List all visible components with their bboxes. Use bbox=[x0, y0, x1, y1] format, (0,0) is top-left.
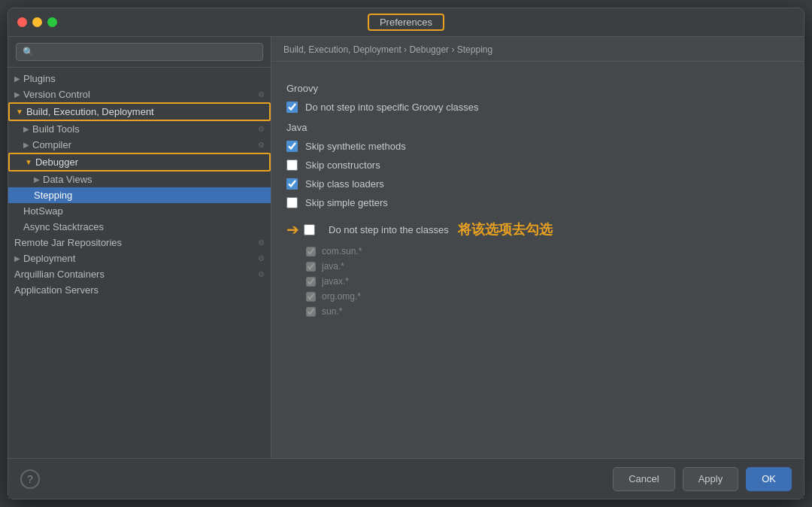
sidebar-item-remote-jar[interactable]: Remote Jar Repositories ⚙ bbox=[8, 235, 271, 250]
sidebar-item-hotswap[interactable]: HotSwap bbox=[8, 203, 271, 219]
checkbox-row-no-step-classes: ➔ Do not step into the classes 将该选项去勾选 bbox=[286, 220, 789, 238]
class-item-label-sun: sun.* bbox=[322, 306, 342, 317]
arrow-annotation-icon: ➔ bbox=[286, 220, 299, 238]
apply-button[interactable]: Apply bbox=[683, 467, 739, 491]
close-button[interactable] bbox=[17, 17, 27, 27]
chinese-annotation-text: 将该选项去勾选 bbox=[458, 220, 553, 238]
sidebar-item-label: Remote Jar Repositories bbox=[14, 237, 255, 248]
sidebar-item-label: Debugger bbox=[35, 156, 263, 168]
sidebar-item-compiler[interactable]: ▶ Compiler ⚙ bbox=[8, 137, 271, 153]
checkbox-org-omg bbox=[306, 292, 316, 302]
sidebar-item-label: HotSwap bbox=[23, 205, 265, 217]
sidebar-item-label: Application Servers bbox=[14, 284, 265, 296]
sidebar-item-build-tools[interactable]: ▶ Build Tools ⚙ bbox=[8, 121, 271, 137]
class-item-label-com-sun: com.sun.* bbox=[322, 246, 362, 257]
title-bar: Preferences bbox=[8, 8, 804, 37]
class-item-org-omg: org.omg.* bbox=[306, 291, 789, 302]
arrow-expanded-icon: ▼ bbox=[25, 158, 32, 166]
class-item-label-java: java.* bbox=[322, 261, 344, 272]
content-body: Groovy Do not step into specific Groovy … bbox=[271, 62, 804, 458]
class-item-com-sun: com.sun.* bbox=[306, 246, 789, 257]
checkbox-com-sun bbox=[306, 247, 316, 257]
sidebar-item-label: Stepping bbox=[34, 190, 265, 201]
sidebar-item-label: Compiler bbox=[32, 139, 255, 150]
checkbox-label-skip-synthetic: Skip synthetic methods bbox=[305, 141, 406, 152]
sidebar-item-label: Data Views bbox=[43, 174, 265, 185]
sidebar-item-label: Build, Execution, Deployment bbox=[26, 106, 263, 117]
ok-button[interactable]: OK bbox=[746, 467, 792, 491]
checkbox-java bbox=[306, 262, 316, 272]
sidebar-item-async-stacktraces[interactable]: Async Stacktraces bbox=[8, 219, 271, 235]
sidebar-item-label: Version Control bbox=[23, 89, 255, 100]
breadcrumb-text: Build, Execution, Deployment › Debugger … bbox=[283, 44, 492, 55]
checkbox-label-groovy-no-step: Do not step into specific Groovy classes bbox=[305, 102, 479, 113]
settings-icon: ⚙ bbox=[258, 238, 265, 247]
sidebar-item-label: Arquillian Containers bbox=[14, 269, 255, 280]
class-item-label-javax: javax.* bbox=[322, 276, 349, 287]
footer-right: Cancel Apply OK bbox=[613, 467, 792, 491]
class-item-label-org-omg: org.omg.* bbox=[322, 291, 361, 302]
arrow-expanded-icon: ▼ bbox=[16, 108, 23, 116]
sidebar-item-deployment[interactable]: ▶ Deployment ⚙ bbox=[8, 250, 271, 266]
arrow-icon: ▶ bbox=[14, 254, 20, 263]
checkbox-javax bbox=[306, 277, 316, 287]
sidebar-item-data-views[interactable]: ▶ Data Views bbox=[8, 172, 271, 187]
arrow-icon: ▶ bbox=[14, 74, 20, 83]
footer: ? Cancel Apply OK bbox=[8, 458, 804, 499]
checkbox-row-skip-synthetic: Skip synthetic methods bbox=[286, 141, 789, 152]
checkbox-skip-constructors[interactable] bbox=[286, 159, 298, 171]
settings-icon: ⚙ bbox=[258, 141, 265, 149]
dialog-title: Preferences bbox=[368, 14, 444, 31]
java-section: Java Skip synthetic methods Skip constru… bbox=[286, 122, 789, 317]
sidebar-item-label: Build Tools bbox=[32, 123, 255, 135]
sidebar-item-debugger[interactable]: ▼ Debugger bbox=[8, 153, 271, 172]
sidebar-item-app-servers[interactable]: Application Servers bbox=[8, 282, 271, 298]
sidebar-item-arquillian[interactable]: Arquillian Containers ⚙ bbox=[8, 266, 271, 282]
arrow-icon: ▶ bbox=[14, 90, 20, 99]
main-area: ▶ Plugins ▶ Version Control ⚙ ▼ Build, E… bbox=[8, 37, 804, 458]
arrow-icon: ▶ bbox=[34, 175, 40, 184]
sidebar-item-label: Async Stacktraces bbox=[23, 221, 265, 232]
sidebar: ▶ Plugins ▶ Version Control ⚙ ▼ Build, E… bbox=[8, 37, 271, 458]
sidebar-item-label: Deployment bbox=[23, 253, 255, 264]
class-item-javax: javax.* bbox=[306, 276, 789, 287]
checkbox-skip-synthetic[interactable] bbox=[286, 141, 298, 152]
checkbox-label-skip-class-loaders: Skip class loaders bbox=[305, 178, 384, 190]
maximize-button[interactable] bbox=[47, 17, 57, 27]
minimize-button[interactable] bbox=[32, 17, 42, 27]
checkbox-row-skip-constructors: Skip constructors bbox=[286, 159, 789, 171]
class-list: com.sun.* java.* javax.* org.omg.* bbox=[306, 246, 789, 317]
checkbox-row-groovy-no-step: Do not step into specific Groovy classes bbox=[286, 102, 789, 113]
class-item-java: java.* bbox=[306, 261, 789, 272]
class-item-sun: sun.* bbox=[306, 306, 789, 317]
checkbox-label-skip-constructors: Skip constructors bbox=[305, 159, 380, 171]
settings-icon: ⚙ bbox=[258, 90, 265, 99]
groovy-header: Groovy bbox=[286, 83, 789, 94]
sidebar-item-plugins[interactable]: ▶ Plugins bbox=[8, 71, 271, 87]
help-button[interactable]: ? bbox=[20, 469, 40, 489]
checkbox-skip-class-loaders[interactable] bbox=[286, 178, 298, 190]
preferences-dialog: Preferences ▶ Plugins ▶ Version Control … bbox=[8, 8, 804, 499]
checkbox-skip-simple-getters[interactable] bbox=[286, 197, 298, 208]
checkbox-groovy-no-step[interactable] bbox=[286, 102, 298, 113]
breadcrumb: Build, Execution, Deployment › Debugger … bbox=[271, 37, 804, 62]
checkbox-no-step-classes[interactable] bbox=[304, 224, 315, 235]
sidebar-item-stepping[interactable]: Stepping bbox=[8, 187, 271, 203]
cancel-button[interactable]: Cancel bbox=[613, 467, 674, 491]
search-input[interactable] bbox=[16, 43, 263, 61]
settings-icon: ⚙ bbox=[258, 254, 265, 263]
checkbox-row-skip-class-loaders: Skip class loaders bbox=[286, 178, 789, 190]
sidebar-item-build-exec-deploy[interactable]: ▼ Build, Execution, Deployment bbox=[8, 102, 271, 121]
settings-icon: ⚙ bbox=[258, 270, 265, 278]
content-panel: Build, Execution, Deployment › Debugger … bbox=[271, 37, 804, 458]
checkbox-label-skip-simple-getters: Skip simple getters bbox=[305, 197, 388, 208]
java-header: Java bbox=[286, 122, 789, 133]
footer-left: ? bbox=[20, 469, 40, 489]
sidebar-item-version-control[interactable]: ▶ Version Control ⚙ bbox=[8, 87, 271, 102]
sidebar-item-label: Plugins bbox=[23, 73, 265, 84]
settings-icon: ⚙ bbox=[258, 125, 265, 133]
nav-tree: ▶ Plugins ▶ Version Control ⚙ ▼ Build, E… bbox=[8, 68, 271, 458]
arrow-icon: ▶ bbox=[23, 125, 29, 133]
groovy-section: Groovy Do not step into specific Groovy … bbox=[286, 83, 789, 113]
help-label: ? bbox=[27, 473, 33, 485]
